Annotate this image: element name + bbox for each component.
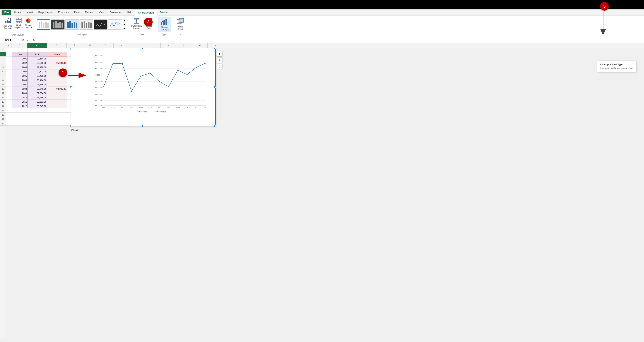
cell-B14[interactable]: 2012 <box>12 104 28 108</box>
row-header-16[interactable]: 16 <box>0 113 6 117</box>
chart-handle-tr[interactable] <box>214 48 216 49</box>
cell-C12[interactable]: 95,956.00 <box>28 95 47 100</box>
cell-A1[interactable] <box>6 48 12 52</box>
col-header-B[interactable]: B <box>12 43 28 48</box>
switch-row-column-button[interactable]: Switch Row/Column <box>130 17 143 30</box>
tab-formulas[interactable]: Formulas <box>56 10 72 15</box>
cell-C1[interactable] <box>28 48 47 52</box>
row-header-18[interactable]: 18 <box>0 121 6 126</box>
cell-C6[interactable]: 90,602.00 <box>28 69 47 74</box>
col-header-F[interactable]: F <box>82 43 98 48</box>
chart-handle-bl[interactable] <box>70 125 72 127</box>
chart-handle-mr[interactable] <box>214 86 216 88</box>
cell-D8[interactable] <box>47 78 67 82</box>
row-header-12[interactable]: 12 <box>0 95 6 100</box>
cell-B9[interactable]: 2007 <box>12 82 28 87</box>
col-header-D[interactable]: D <box>47 43 66 48</box>
row-header-11[interactable]: 11 <box>0 91 6 95</box>
cell-B5[interactable]: 2003 <box>12 65 28 69</box>
cell-D1[interactable] <box>47 48 67 52</box>
tab-help[interactable]: Help <box>124 10 135 15</box>
cell-C7[interactable]: 95,420.00 <box>28 74 47 78</box>
cell-C14[interactable]: 99,645.00 <box>28 104 47 108</box>
cell-B3[interactable]: 2001 <box>12 57 28 61</box>
add-chart-element-button[interactable]: Add ChartElement ▾ <box>2 17 14 30</box>
cell-D12[interactable] <box>47 95 67 100</box>
col-header-N[interactable]: N <box>208 43 223 48</box>
chart-style-1[interactable] <box>37 20 50 30</box>
cell-A9[interactable] <box>6 82 12 87</box>
chart-handle-ml[interactable] <box>70 86 72 88</box>
chart-style-3[interactable] <box>65 20 79 30</box>
cell-C2[interactable]: Profit <box>28 52 47 57</box>
row-header-15[interactable]: 15 <box>0 108 6 113</box>
formula-input[interactable] <box>37 39 643 42</box>
row-header-7[interactable]: 7 <box>0 74 6 78</box>
tab-view[interactable]: View <box>96 10 107 15</box>
col-header-C[interactable]: C <box>28 43 47 48</box>
name-box-dropdown[interactable]: ▾ <box>18 39 18 41</box>
chart-container[interactable]: 1,02,000.00 1,00,000.00 98,000.00 96,000… <box>71 48 216 126</box>
tab-data[interactable]: Data <box>72 10 82 15</box>
cell-D3[interactable] <box>47 57 67 61</box>
scroll-up-btn[interactable]: ▲ <box>123 19 126 22</box>
cell-D4[interactable]: 95,000.00 <box>47 61 67 65</box>
scroll-expand-btn[interactable]: ▼ <box>123 27 126 30</box>
row-header-4[interactable]: 4 <box>0 61 6 65</box>
tab-chart-design[interactable]: Chart Design <box>135 10 157 16</box>
col-header-K[interactable]: K <box>160 43 176 48</box>
col-header-L[interactable]: L <box>176 43 192 48</box>
scroll-down-btn[interactable]: ▼ <box>123 23 126 26</box>
row-header-2[interactable]: 2 <box>0 52 6 57</box>
col-header-E[interactable]: E <box>66 43 82 48</box>
chart-style-5[interactable] <box>94 20 108 30</box>
tab-page-layout[interactable]: Page Layout <box>36 10 56 15</box>
cell-C4[interactable]: 99,560.00 <box>28 61 47 65</box>
chart-handle-tm[interactable] <box>142 48 144 49</box>
cell-B12[interactable]: 2010 <box>12 95 28 100</box>
cell-C3[interactable]: 92,164.00 <box>28 57 47 61</box>
change-colors-button[interactable]: ChangeColors ▾ <box>24 17 33 30</box>
row-header-10[interactable]: 10 <box>0 87 6 91</box>
tab-file[interactable]: File <box>2 10 11 15</box>
name-box[interactable] <box>1 38 17 42</box>
change-chart-type-button[interactable]: ChangeChart Type <box>158 17 171 32</box>
cell-A3[interactable] <box>6 57 12 61</box>
col-header-A[interactable]: A <box>6 43 12 48</box>
cell-D2[interactable]: Bonus <box>47 52 67 57</box>
cell-B11[interactable]: 2009 <box>12 91 28 95</box>
chart-handle-br[interactable] <box>214 125 216 127</box>
row-header-14[interactable]: 14 <box>0 104 6 108</box>
cell-B7[interactable]: 2005 <box>12 74 28 78</box>
cell-B13[interactable]: 2011 <box>12 100 28 104</box>
chart-style-6[interactable] <box>108 20 122 30</box>
move-chart-button[interactable]: MoveChart <box>175 17 186 31</box>
row-header-5[interactable]: 5 <box>0 65 6 69</box>
chart-handle-tl[interactable] <box>70 48 72 49</box>
chart-handle-bm[interactable] <box>142 125 144 127</box>
row-header-8[interactable]: 8 <box>0 78 6 82</box>
col-header-M[interactable]: M <box>192 43 208 48</box>
row-header-9[interactable]: 9 <box>0 82 6 87</box>
cell-A10[interactable] <box>6 87 12 91</box>
cell-D11[interactable] <box>47 91 67 95</box>
cell-D10[interactable]: 93,000.00 <box>47 87 67 91</box>
tab-format[interactable]: Format <box>157 10 171 15</box>
col-header-G[interactable]: G <box>98 43 114 48</box>
row-header-17[interactable]: 17 <box>0 117 6 121</box>
row-header-13[interactable]: 13 <box>0 100 6 104</box>
cell-B1[interactable] <box>12 48 28 52</box>
row-header-1[interactable]: 1 <box>0 48 6 52</box>
tab-developer[interactable]: Developer <box>107 10 124 15</box>
cell-A11[interactable] <box>6 91 12 95</box>
cell-D14[interactable] <box>47 104 67 108</box>
cell-B4[interactable]: 2002 <box>12 61 28 65</box>
col-header-I[interactable]: I <box>129 43 145 48</box>
cell-B2[interactable]: Year <box>12 52 28 57</box>
chart-style-btn[interactable]: ✎ <box>217 57 222 63</box>
chart-style-4[interactable] <box>80 20 93 30</box>
chart-elements-btn[interactable]: + <box>217 51 222 57</box>
cell-C5[interactable]: 99,470.00 <box>28 65 47 69</box>
tab-review[interactable]: Review <box>82 10 96 15</box>
cell-C10[interactable]: 92,049.00 <box>28 87 47 91</box>
